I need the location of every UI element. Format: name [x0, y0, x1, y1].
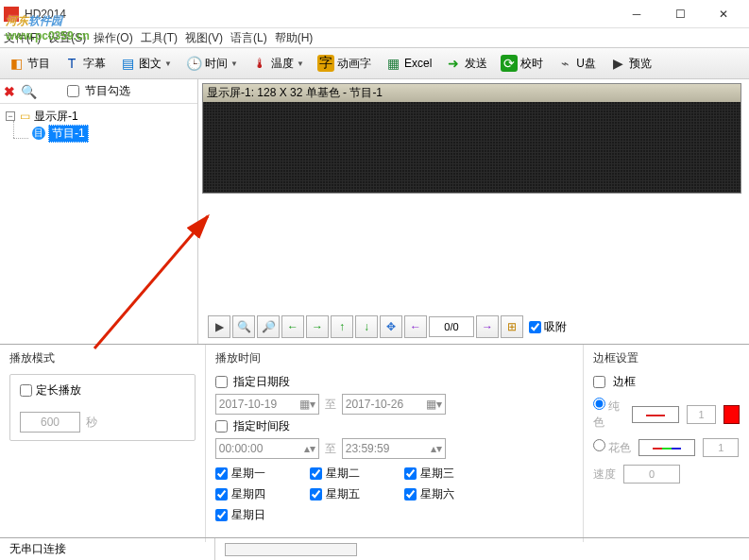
delete-icon[interactable]: ✖ [4, 84, 15, 99]
weekday-fri[interactable]: 星期五 [310, 484, 404, 504]
snap-toggle[interactable]: 吸附 [529, 319, 567, 335]
tree-screen-label: 显示屏-1 [34, 109, 78, 125]
arrow-left-button[interactable]: ← [281, 315, 304, 338]
menu-language[interactable]: 语言(L) [230, 30, 267, 46]
subtitle-icon: T [63, 55, 80, 72]
main-row: ✖ 🔍 节目勾选 − ▭ 显示屏-1 目 节目-1 显示屏-1: 128 X 3… [0, 79, 749, 344]
calendar-icon: ▦▾ [299, 398, 315, 411]
weekday-tue[interactable]: 星期二 [310, 463, 404, 484]
progress-bar [225, 543, 357, 556]
menu-operation[interactable]: 操作(O) [94, 30, 132, 46]
weekday-sun[interactable]: 星期日 [215, 504, 310, 525]
tb-time[interactable]: 🕒时间▼ [181, 53, 242, 74]
menu-file[interactable]: 文件(F) [4, 30, 41, 46]
border-checkbox[interactable] [593, 376, 605, 388]
play-button[interactable]: ▶ [208, 315, 230, 338]
page-indicator: 0/0 [429, 316, 474, 337]
fit-button[interactable]: ⊞ [501, 315, 523, 338]
panel-title: 播放时间 [215, 350, 573, 366]
calendar-icon: ▦▾ [426, 398, 442, 411]
date-range-checkbox[interactable] [215, 376, 228, 388]
move-button[interactable]: ✥ [380, 315, 402, 338]
fixed-play-checkbox[interactable] [20, 384, 32, 397]
date-from-input[interactable]: 2017-10-19▦▾ [215, 394, 319, 415]
tb-excel[interactable]: ▦Excel [381, 53, 435, 74]
maximize-button[interactable]: ☐ [658, 0, 702, 28]
tb-udisk[interactable]: ⌁U盘 [553, 53, 600, 74]
dropdown-icon: ▼ [230, 59, 238, 68]
time-from-input[interactable]: 00:00:00▴▾ [215, 438, 319, 459]
spinner-icon: ▴▾ [431, 442, 442, 455]
date-to-input[interactable]: 2017-10-26▦▾ [342, 394, 446, 415]
next-page-button[interactable]: → [476, 315, 499, 338]
collapse-icon[interactable]: − [6, 111, 15, 121]
arrow-up-button[interactable]: ↑ [331, 315, 353, 338]
preview-title: 显示屏-1: 128 X 32 单基色 - 节目-1 [203, 84, 740, 102]
date-range-toggle[interactable]: 指定日期段 [215, 374, 573, 390]
pattern-swatch[interactable] [638, 439, 695, 456]
tb-program[interactable]: ◧节目 [4, 53, 54, 74]
close-button[interactable]: ✕ [702, 0, 745, 28]
weekday-mon[interactable]: 星期一 [215, 463, 310, 484]
speed-label: 速度 [593, 467, 616, 483]
snap-checkbox[interactable] [529, 321, 541, 333]
tb-timing[interactable]: ⟳校时 [497, 53, 547, 74]
tb-image-text[interactable]: ▤图文▼ [115, 53, 176, 74]
search-icon[interactable]: 🔍 [21, 84, 37, 99]
status-text: 无串口连接 [0, 538, 215, 560]
window-title: HD2014 [25, 8, 615, 21]
preview-controls: ▶ 🔍 🔎 ← → ↑ ↓ ✥ ← 0/0 → ⊞ 吸附 [206, 314, 741, 340]
statusbar: 无串口连接 [0, 537, 749, 560]
prev-page-button[interactable]: ← [404, 315, 427, 338]
menu-settings[interactable]: 设置(S) [48, 30, 86, 46]
panel-border: 边框设置 边框 纯色 1 花色 1 速度 0 [584, 345, 749, 542]
select-programs-checkbox[interactable] [67, 85, 79, 97]
screen-icon: ▭ [18, 110, 31, 123]
zoom-out-button[interactable]: 🔎 [257, 315, 280, 338]
fixed-play-toggle[interactable]: 定长播放 [20, 382, 185, 399]
spinner-icon: ▴▾ [304, 442, 315, 455]
weekday-sat[interactable]: 星期六 [404, 484, 499, 504]
excel-icon: ▦ [384, 55, 401, 72]
zoom-in-button[interactable]: 🔍 [232, 315, 255, 338]
led-canvas[interactable] [203, 102, 740, 193]
dropdown-icon: ▼ [164, 59, 172, 68]
tree-screen-node[interactable]: − ▭ 显示屏-1 [4, 108, 194, 125]
tb-preview[interactable]: ▶预览 [605, 53, 655, 74]
weekday-wed[interactable]: 星期三 [404, 463, 499, 484]
thermometer-icon: 🌡 [251, 55, 268, 72]
color-picker[interactable] [723, 405, 740, 424]
solid-width-spinner[interactable]: 1 [687, 405, 717, 424]
weekday-group: 星期一 星期二 星期三 星期四 星期五 星期六 星期日 [215, 463, 573, 525]
speed-spinner[interactable]: 0 [623, 465, 680, 484]
program-node-icon: 目 [32, 127, 45, 140]
weekday-thu[interactable]: 星期四 [215, 484, 310, 504]
program-tree-pane: ✖ 🔍 节目勾选 − ▭ 显示屏-1 目 节目-1 [0, 79, 198, 344]
minimize-button[interactable]: ─ [615, 0, 658, 28]
menu-tools[interactable]: 工具(T) [141, 30, 178, 46]
panel-play-mode: 播放模式 定长播放 秒 [0, 345, 206, 542]
menu-view[interactable]: 视图(V) [185, 30, 223, 46]
dropdown-icon: ▼ [297, 59, 304, 68]
menu-help[interactable]: 帮助(H) [275, 30, 314, 46]
time-range-checkbox[interactable] [215, 420, 228, 433]
tb-subtitle[interactable]: T字幕 [60, 53, 110, 74]
solid-radio[interactable]: 纯色 [593, 398, 624, 431]
tb-temperature[interactable]: 🌡温度▼ [247, 53, 308, 74]
pattern-radio[interactable]: 花色 [593, 439, 631, 456]
time-to-input[interactable]: 23:59:59▴▾ [342, 438, 446, 459]
preview-pane: 显示屏-1: 128 X 32 单基色 - 节目-1 [198, 79, 749, 344]
time-range-toggle[interactable]: 指定时间段 [215, 418, 573, 434]
usb-icon: ⌁ [556, 55, 573, 72]
tb-send[interactable]: ➜发送 [441, 53, 491, 74]
arrow-right-button[interactable]: → [306, 315, 329, 338]
panel-title: 播放模式 [9, 350, 196, 366]
border-toggle[interactable]: 边框 [593, 374, 740, 390]
duration-input[interactable] [20, 412, 80, 433]
arrow-down-button[interactable]: ↓ [355, 315, 378, 338]
tb-anim-char[interactable]: 字动画字 [314, 53, 375, 74]
preview-window: 显示屏-1: 128 X 32 单基色 - 节目-1 [202, 83, 741, 194]
solid-swatch[interactable] [632, 406, 679, 423]
tree-program-node[interactable]: 目 节目-1 [4, 125, 194, 142]
pattern-width-spinner[interactable]: 1 [703, 438, 739, 457]
